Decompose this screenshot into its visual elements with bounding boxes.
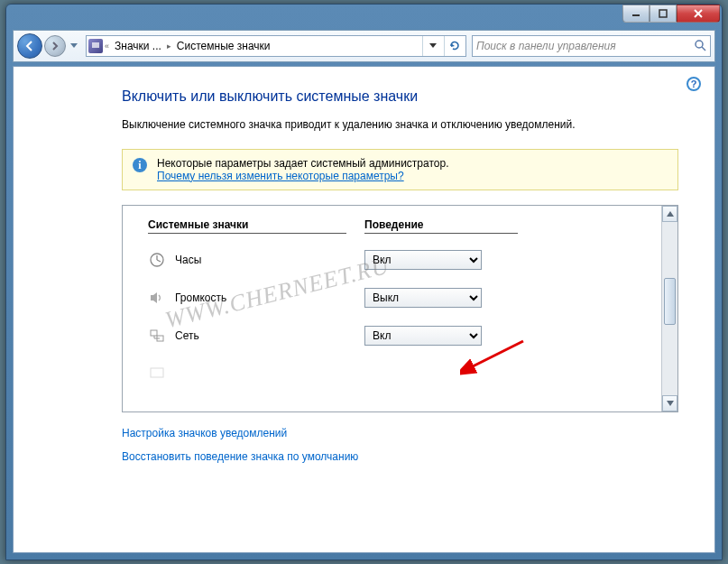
page-title: Включить или выключить системные значки [122, 88, 678, 105]
scroll-down-button[interactable] [662, 395, 677, 411]
refresh-button[interactable] [444, 36, 464, 56]
address-dropdown[interactable] [422, 36, 442, 56]
navbar: « Значки ... ▸ Системные значки Поиск в … [13, 30, 715, 62]
column-header-behavior: Поведение [364, 218, 518, 234]
scroll-thumb[interactable] [664, 278, 676, 325]
settings-table: Системные значки Поведение Часы Вк [122, 205, 678, 412]
control-panel-icon [88, 39, 103, 53]
nav-forward-button[interactable] [44, 35, 66, 57]
chevron-icon: « [105, 42, 109, 51]
page-description: Выключение системного значка приводит к … [122, 117, 678, 133]
search-icon [694, 39, 706, 54]
info-icon: i [132, 157, 148, 176]
svg-line-14 [157, 260, 161, 262]
svg-point-5 [696, 41, 703, 48]
behavior-select-network[interactable]: Вкл Выкл [364, 326, 482, 346]
address-bar[interactable]: « Значки ... ▸ Системные значки [86, 35, 466, 57]
table-row [148, 355, 640, 391]
nav-back-button[interactable] [17, 33, 42, 59]
svg-rect-19 [151, 368, 163, 377]
customize-link[interactable]: Настройка значков уведомлений [122, 427, 678, 439]
table-row: Сеть Вкл Выкл [148, 317, 640, 355]
bottom-links: Настройка значков уведомлений Восстанови… [122, 427, 678, 463]
svg-rect-1 [659, 10, 667, 17]
table-row: Часы Вкл Выкл [148, 241, 640, 279]
row-label: Часы [175, 254, 201, 266]
clock-icon [148, 251, 166, 269]
row-label: Громкость [175, 291, 226, 304]
info-bar: i Некоторые параметры задает системный а… [122, 149, 678, 190]
breadcrumb-level2[interactable]: Системные значки [173, 37, 274, 55]
network-icon [148, 327, 166, 345]
behavior-select-clock[interactable]: Вкл Выкл [364, 250, 482, 270]
nav-history-dropdown[interactable] [68, 35, 80, 57]
info-text: Некоторые параметры задает системный адм… [157, 157, 448, 170]
table-row: Громкость Выкл Вкл [148, 279, 640, 317]
column-header-icons: Системные значки [148, 218, 346, 234]
scroll-up-button[interactable] [662, 206, 677, 222]
svg-rect-15 [151, 330, 157, 336]
content: Включить или выключить системные значки … [14, 67, 714, 492]
restore-link[interactable]: Восстановить поведение значка по умолчан… [122, 450, 678, 463]
breadcrumb-level1[interactable]: Значки ... [111, 37, 165, 55]
close-button[interactable] [677, 5, 720, 23]
window-buttons [622, 5, 720, 23]
svg-rect-4 [92, 42, 99, 48]
svg-line-6 [702, 47, 705, 51]
info-link[interactable]: Почему нельзя изменить некоторые парамет… [157, 170, 404, 182]
content-frame: ? Включить или выключить системные значк… [13, 66, 715, 553]
maximize-button[interactable] [650, 5, 677, 23]
behavior-select-volume[interactable]: Выкл Вкл [364, 288, 482, 308]
search-placeholder: Поиск в панели управления [476, 40, 616, 52]
vertical-scrollbar[interactable] [661, 206, 677, 411]
row-label: Сеть [175, 329, 199, 342]
generic-icon [148, 364, 166, 382]
window-frame: « Значки ... ▸ Системные значки Поиск в … [5, 4, 723, 560]
volume-icon [148, 289, 166, 307]
titlebar [6, 5, 722, 30]
chevron-right-icon: ▸ [167, 42, 171, 51]
minimize-button[interactable] [622, 5, 650, 23]
search-box[interactable]: Поиск в панели управления [472, 35, 711, 57]
